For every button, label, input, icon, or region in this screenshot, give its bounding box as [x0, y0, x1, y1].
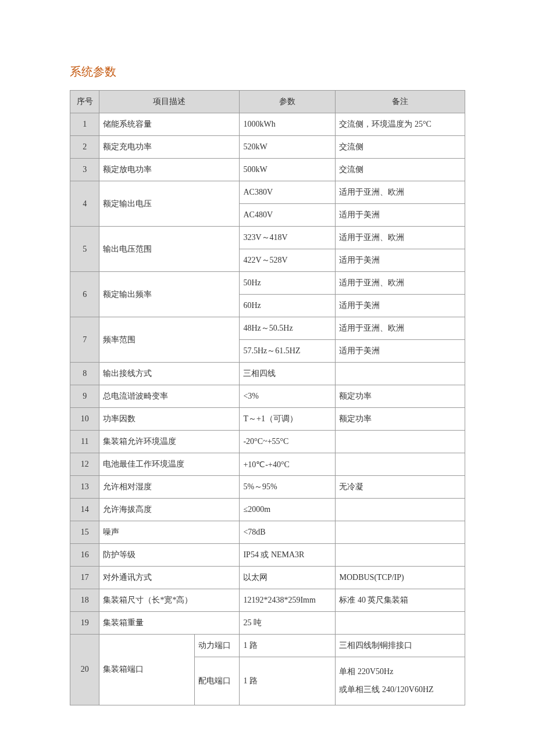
- row-param: 5%～95%: [240, 476, 336, 499]
- row-note: [336, 453, 465, 476]
- table-row: 11 集装箱允许环境温度 -20°C~+55°C: [70, 431, 465, 453]
- row-num: 2: [70, 136, 99, 159]
- row-desc: 集装箱允许环境温度: [99, 431, 240, 453]
- row-note: 标准 40 英尺集装箱: [336, 589, 465, 612]
- row-num: 7: [70, 317, 99, 363]
- row-desc: 集装箱重量: [99, 612, 240, 635]
- row-note: [336, 363, 465, 385]
- row-param: 50Hz: [240, 272, 336, 295]
- row-num: 13: [70, 476, 99, 499]
- row-param: <3%: [240, 385, 336, 408]
- row-note: [336, 544, 465, 567]
- row-note: 单相 220V50Hz 或单相三线 240/120V60HZ: [336, 657, 465, 705]
- row-param: +10℃-+40°C: [240, 453, 336, 476]
- table-row: 12 电池最佳工作环境温度 +10℃-+40°C: [70, 453, 465, 476]
- row-num: 11: [70, 431, 99, 453]
- spec-table: 序号 项目描述 参数 备注 1 储能系统容量 1000kWh 交流侧，环境温度为…: [70, 90, 465, 705]
- row-note: 额定功率: [336, 385, 465, 408]
- row-num: 5: [70, 227, 99, 272]
- row-param: 12192*2438*259Imm: [240, 589, 336, 612]
- row-note: [336, 612, 465, 635]
- row-desc: 防护等级: [99, 544, 240, 567]
- row-desc: 储能系统容量: [99, 113, 240, 136]
- row-num: 15: [70, 521, 99, 544]
- row-num: 16: [70, 544, 99, 567]
- table-row: 13 允许相对湿度 5%～95% 无冷凝: [70, 476, 465, 499]
- row-num: 3: [70, 159, 99, 181]
- row-desc: 额定输出频率: [99, 272, 240, 317]
- row-desc: 电池最佳工作环境温度: [99, 453, 240, 476]
- row-num: 4: [70, 181, 99, 227]
- row-param: 57.5Hz～61.5HZ: [240, 340, 336, 363]
- row-note: 交流侧: [336, 159, 465, 181]
- row-note: [336, 431, 465, 453]
- row-param: 三相四线: [240, 363, 336, 385]
- table-row: 7 频率范围 48Hz～50.5Hz 适用于亚洲、欧洲: [70, 317, 465, 340]
- row-param: <78dB: [240, 521, 336, 544]
- row-num: 9: [70, 385, 99, 408]
- table-row: 3 额定放电功率 500kW 交流侧: [70, 159, 465, 181]
- row-note: 适用于美洲: [336, 295, 465, 317]
- row-param: 520kW: [240, 136, 336, 159]
- row-desc: 集装箱端口: [99, 635, 194, 705]
- row-desc: 额定输出电压: [99, 181, 240, 227]
- row-note: [336, 499, 465, 521]
- table-row: 20 集装箱端口 动力端口 1 路 三相四线制铜排接口: [70, 635, 465, 657]
- row-desc: 频率范围: [99, 317, 240, 363]
- row-desc: 输出电压范围: [99, 227, 240, 272]
- row-note: 适用于美洲: [336, 204, 465, 227]
- table-row: 19 集装箱重量 25 吨: [70, 612, 465, 635]
- table-row: 2 额定充电功率 520kW 交流侧: [70, 136, 465, 159]
- table-row: 10 功率因数 T～+1（可调） 额定功率: [70, 408, 465, 431]
- row-desc: 总电流谐波畸变率: [99, 385, 240, 408]
- row-param: ≤2000m: [240, 499, 336, 521]
- row-param: 422V～528V: [240, 249, 336, 272]
- table-row: 16 防护等级 IP54 或 NEMA3R: [70, 544, 465, 567]
- row-num: 18: [70, 589, 99, 612]
- row-param: AC480V: [240, 204, 336, 227]
- row-num: 1: [70, 113, 99, 136]
- row-note-line: 或单相三线 240/120V60HZ: [339, 681, 461, 699]
- row-note: 交流侧，环境温度为 25°C: [336, 113, 465, 136]
- row-sublabel: 配电端口: [194, 657, 240, 705]
- row-desc: 额定充电功率: [99, 136, 240, 159]
- table-row: 8 输出接线方式 三相四线: [70, 363, 465, 385]
- table-row: 18 集装箱尺寸（长*宽*高） 12192*2438*259Imm 标准 40 …: [70, 589, 465, 612]
- header-num: 序号: [70, 91, 99, 113]
- row-desc: 集装箱尺寸（长*宽*高）: [99, 589, 240, 612]
- row-param: -20°C~+55°C: [240, 431, 336, 453]
- row-note: MODBUS(TCP/IP): [336, 567, 465, 589]
- row-note: 适用于亚洲、欧洲: [336, 272, 465, 295]
- row-num: 10: [70, 408, 99, 431]
- table-row: 6 额定输出频率 50Hz 适用于亚洲、欧洲: [70, 272, 465, 295]
- table-header-row: 序号 项目描述 参数 备注: [70, 91, 465, 113]
- row-note: 额定功率: [336, 408, 465, 431]
- table-row: 9 总电流谐波畸变率 <3% 额定功率: [70, 385, 465, 408]
- table-row: 17 对外通讯方式 以太网 MODBUS(TCP/IP): [70, 567, 465, 589]
- row-param: 323V～418V: [240, 227, 336, 249]
- table-row: 15 噪声 <78dB: [70, 521, 465, 544]
- row-note: 交流侧: [336, 136, 465, 159]
- row-param: 以太网: [240, 567, 336, 589]
- row-param: 1 路: [240, 657, 336, 705]
- row-param: 1000kWh: [240, 113, 336, 136]
- row-desc: 输出接线方式: [99, 363, 240, 385]
- row-param: 1 路: [240, 635, 336, 657]
- row-desc: 额定放电功率: [99, 159, 240, 181]
- row-note: [336, 521, 465, 544]
- header-note: 备注: [336, 91, 465, 113]
- row-param: 48Hz～50.5Hz: [240, 317, 336, 340]
- header-param: 参数: [240, 91, 336, 113]
- table-row: 4 额定输出电压 AC380V 适用于亚洲、欧洲: [70, 181, 465, 204]
- row-num: 6: [70, 272, 99, 317]
- row-num: 14: [70, 499, 99, 521]
- row-note: 适用于亚洲、欧洲: [336, 227, 465, 249]
- row-param: 25 吨: [240, 612, 336, 635]
- row-param: 500kW: [240, 159, 336, 181]
- page-title: 系统参数: [70, 64, 465, 80]
- row-note: 无冷凝: [336, 476, 465, 499]
- row-sublabel: 动力端口: [194, 635, 240, 657]
- row-num: 20: [70, 635, 99, 705]
- row-desc: 对外通讯方式: [99, 567, 240, 589]
- row-note-line: 单相 220V50Hz: [339, 663, 461, 681]
